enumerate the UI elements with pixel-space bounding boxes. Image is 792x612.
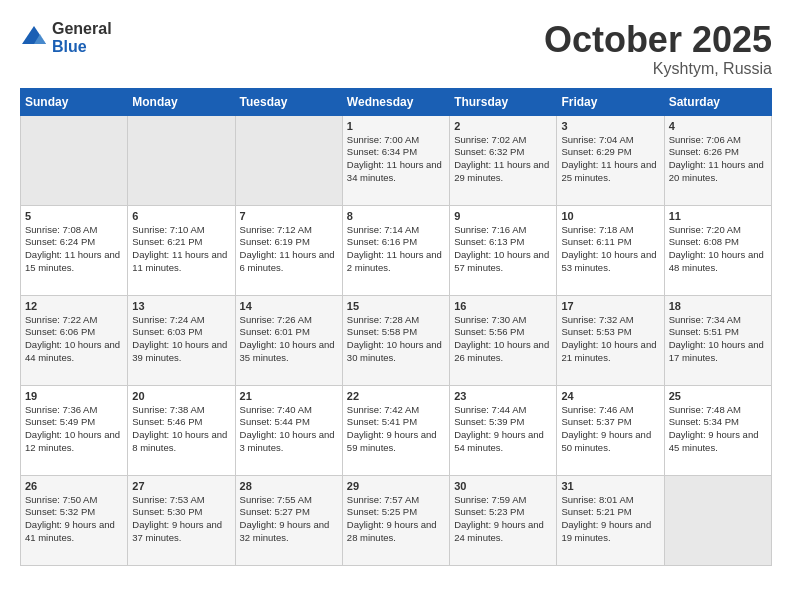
day-info: Sunrise: 7:22 AMSunset: 6:06 PMDaylight:…	[25, 314, 123, 365]
calendar-cell: 24 Sunrise: 7:46 AMSunset: 5:37 PMDaylig…	[557, 385, 664, 475]
calendar-header-row: SundayMondayTuesdayWednesdayThursdayFrid…	[21, 88, 772, 115]
day-info: Sunrise: 7:48 AMSunset: 5:34 PMDaylight:…	[669, 404, 767, 455]
day-number: 16	[454, 300, 552, 312]
day-info: Sunrise: 7:14 AMSunset: 6:16 PMDaylight:…	[347, 224, 445, 275]
calendar-cell: 4 Sunrise: 7:06 AMSunset: 6:26 PMDayligh…	[664, 115, 771, 205]
day-number: 9	[454, 210, 552, 222]
calendar-cell: 3 Sunrise: 7:04 AMSunset: 6:29 PMDayligh…	[557, 115, 664, 205]
day-info: Sunrise: 7:34 AMSunset: 5:51 PMDaylight:…	[669, 314, 767, 365]
calendar-cell: 12 Sunrise: 7:22 AMSunset: 6:06 PMDaylig…	[21, 295, 128, 385]
day-number: 29	[347, 480, 445, 492]
calendar-cell: 25 Sunrise: 7:48 AMSunset: 5:34 PMDaylig…	[664, 385, 771, 475]
calendar-cell: 14 Sunrise: 7:26 AMSunset: 6:01 PMDaylig…	[235, 295, 342, 385]
calendar-cell: 31 Sunrise: 8:01 AMSunset: 5:21 PMDaylig…	[557, 475, 664, 565]
day-number: 23	[454, 390, 552, 402]
day-info: Sunrise: 7:16 AMSunset: 6:13 PMDaylight:…	[454, 224, 552, 275]
day-info: Sunrise: 8:01 AMSunset: 5:21 PMDaylight:…	[561, 494, 659, 545]
day-number: 3	[561, 120, 659, 132]
logo-blue: Blue	[52, 38, 112, 56]
day-info: Sunrise: 7:38 AMSunset: 5:46 PMDaylight:…	[132, 404, 230, 455]
calendar-cell: 1 Sunrise: 7:00 AMSunset: 6:34 PMDayligh…	[342, 115, 449, 205]
day-number: 21	[240, 390, 338, 402]
calendar-cell	[664, 475, 771, 565]
day-number: 2	[454, 120, 552, 132]
calendar-cell: 7 Sunrise: 7:12 AMSunset: 6:19 PMDayligh…	[235, 205, 342, 295]
day-number: 5	[25, 210, 123, 222]
day-number: 19	[25, 390, 123, 402]
day-number: 7	[240, 210, 338, 222]
calendar-cell: 28 Sunrise: 7:55 AMSunset: 5:27 PMDaylig…	[235, 475, 342, 565]
calendar-cell	[235, 115, 342, 205]
calendar-row: 12 Sunrise: 7:22 AMSunset: 6:06 PMDaylig…	[21, 295, 772, 385]
header-monday: Monday	[128, 88, 235, 115]
calendar-cell: 22 Sunrise: 7:42 AMSunset: 5:41 PMDaylig…	[342, 385, 449, 475]
calendar-cell: 30 Sunrise: 7:59 AMSunset: 5:23 PMDaylig…	[450, 475, 557, 565]
day-info: Sunrise: 7:53 AMSunset: 5:30 PMDaylight:…	[132, 494, 230, 545]
logo-general: General	[52, 20, 112, 38]
month-title: October 2025	[544, 20, 772, 60]
day-info: Sunrise: 7:42 AMSunset: 5:41 PMDaylight:…	[347, 404, 445, 455]
calendar-cell: 16 Sunrise: 7:30 AMSunset: 5:56 PMDaylig…	[450, 295, 557, 385]
day-info: Sunrise: 7:50 AMSunset: 5:32 PMDaylight:…	[25, 494, 123, 545]
calendar-cell: 9 Sunrise: 7:16 AMSunset: 6:13 PMDayligh…	[450, 205, 557, 295]
day-info: Sunrise: 7:30 AMSunset: 5:56 PMDaylight:…	[454, 314, 552, 365]
title-block: October 2025 Kyshtym, Russia	[544, 20, 772, 78]
day-info: Sunrise: 7:12 AMSunset: 6:19 PMDaylight:…	[240, 224, 338, 275]
calendar-cell: 21 Sunrise: 7:40 AMSunset: 5:44 PMDaylig…	[235, 385, 342, 475]
calendar-cell	[21, 115, 128, 205]
logo: General Blue	[20, 20, 112, 55]
day-info: Sunrise: 7:59 AMSunset: 5:23 PMDaylight:…	[454, 494, 552, 545]
day-number: 15	[347, 300, 445, 312]
calendar-cell: 6 Sunrise: 7:10 AMSunset: 6:21 PMDayligh…	[128, 205, 235, 295]
calendar-cell: 5 Sunrise: 7:08 AMSunset: 6:24 PMDayligh…	[21, 205, 128, 295]
calendar-cell: 27 Sunrise: 7:53 AMSunset: 5:30 PMDaylig…	[128, 475, 235, 565]
day-number: 17	[561, 300, 659, 312]
day-number: 18	[669, 300, 767, 312]
calendar-row: 19 Sunrise: 7:36 AMSunset: 5:49 PMDaylig…	[21, 385, 772, 475]
calendar-row: 26 Sunrise: 7:50 AMSunset: 5:32 PMDaylig…	[21, 475, 772, 565]
day-info: Sunrise: 7:40 AMSunset: 5:44 PMDaylight:…	[240, 404, 338, 455]
header-thursday: Thursday	[450, 88, 557, 115]
day-number: 22	[347, 390, 445, 402]
day-info: Sunrise: 7:28 AMSunset: 5:58 PMDaylight:…	[347, 314, 445, 365]
header-wednesday: Wednesday	[342, 88, 449, 115]
calendar-cell: 20 Sunrise: 7:38 AMSunset: 5:46 PMDaylig…	[128, 385, 235, 475]
day-number: 30	[454, 480, 552, 492]
calendar-cell	[128, 115, 235, 205]
day-number: 25	[669, 390, 767, 402]
calendar-cell: 29 Sunrise: 7:57 AMSunset: 5:25 PMDaylig…	[342, 475, 449, 565]
day-number: 12	[25, 300, 123, 312]
day-number: 13	[132, 300, 230, 312]
day-number: 8	[347, 210, 445, 222]
header-saturday: Saturday	[664, 88, 771, 115]
day-info: Sunrise: 7:24 AMSunset: 6:03 PMDaylight:…	[132, 314, 230, 365]
header-sunday: Sunday	[21, 88, 128, 115]
calendar-cell: 8 Sunrise: 7:14 AMSunset: 6:16 PMDayligh…	[342, 205, 449, 295]
day-number: 6	[132, 210, 230, 222]
day-info: Sunrise: 7:32 AMSunset: 5:53 PMDaylight:…	[561, 314, 659, 365]
calendar-cell: 2 Sunrise: 7:02 AMSunset: 6:32 PMDayligh…	[450, 115, 557, 205]
day-info: Sunrise: 7:55 AMSunset: 5:27 PMDaylight:…	[240, 494, 338, 545]
location: Kyshtym, Russia	[544, 60, 772, 78]
calendar-table: SundayMondayTuesdayWednesdayThursdayFrid…	[20, 88, 772, 566]
day-info: Sunrise: 7:02 AMSunset: 6:32 PMDaylight:…	[454, 134, 552, 185]
page-header: General Blue October 2025 Kyshtym, Russi…	[20, 20, 772, 78]
calendar-cell: 10 Sunrise: 7:18 AMSunset: 6:11 PMDaylig…	[557, 205, 664, 295]
day-info: Sunrise: 7:00 AMSunset: 6:34 PMDaylight:…	[347, 134, 445, 185]
day-info: Sunrise: 7:20 AMSunset: 6:08 PMDaylight:…	[669, 224, 767, 275]
day-number: 26	[25, 480, 123, 492]
calendar-row: 5 Sunrise: 7:08 AMSunset: 6:24 PMDayligh…	[21, 205, 772, 295]
day-info: Sunrise: 7:10 AMSunset: 6:21 PMDaylight:…	[132, 224, 230, 275]
day-number: 20	[132, 390, 230, 402]
day-info: Sunrise: 7:26 AMSunset: 6:01 PMDaylight:…	[240, 314, 338, 365]
day-number: 1	[347, 120, 445, 132]
calendar-cell: 18 Sunrise: 7:34 AMSunset: 5:51 PMDaylig…	[664, 295, 771, 385]
calendar-row: 1 Sunrise: 7:00 AMSunset: 6:34 PMDayligh…	[21, 115, 772, 205]
day-info: Sunrise: 7:44 AMSunset: 5:39 PMDaylight:…	[454, 404, 552, 455]
logo-icon	[20, 24, 48, 52]
calendar-cell: 23 Sunrise: 7:44 AMSunset: 5:39 PMDaylig…	[450, 385, 557, 475]
day-info: Sunrise: 7:18 AMSunset: 6:11 PMDaylight:…	[561, 224, 659, 275]
day-info: Sunrise: 7:08 AMSunset: 6:24 PMDaylight:…	[25, 224, 123, 275]
logo-text: General Blue	[52, 20, 112, 55]
day-info: Sunrise: 7:04 AMSunset: 6:29 PMDaylight:…	[561, 134, 659, 185]
